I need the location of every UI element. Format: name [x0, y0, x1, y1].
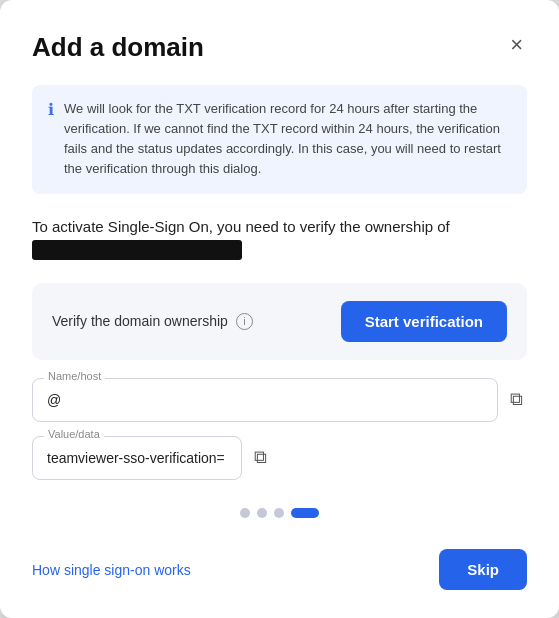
name-host-copy-button[interactable]: ⧉ [506, 385, 527, 414]
value-data-row: teamviewer-sso-verification= ⧉ [32, 436, 527, 480]
verify-label-group: Verify the domain ownership i [52, 313, 253, 330]
add-domain-dialog: Add a domain × ℹ We will look for the TX… [0, 0, 559, 618]
dot-2 [257, 508, 267, 518]
value-data-copy-button[interactable]: ⧉ [250, 443, 271, 472]
how-sso-works-link[interactable]: How single sign-on works [32, 562, 191, 578]
name-host-label: Name/host [44, 370, 105, 382]
value-data-label: Value/data [44, 428, 104, 440]
close-button[interactable]: × [506, 34, 527, 56]
ownership-prefix: To activate Single-Sign On, you need to … [32, 218, 450, 235]
dialog-title: Add a domain [32, 32, 204, 63]
dot-3 [274, 508, 284, 518]
info-box: ℹ We will look for the TXT verification … [32, 85, 527, 194]
info-box-text: We will look for the TXT verification re… [64, 99, 511, 180]
info-icon: ℹ [48, 100, 54, 119]
value-data-field-group: Value/data teamviewer-sso-verification= … [32, 436, 527, 480]
dialog-header: Add a domain × [32, 32, 527, 63]
name-host-input[interactable] [32, 378, 498, 422]
dot-1 [240, 508, 250, 518]
skip-button[interactable]: Skip [439, 549, 527, 590]
start-verification-button[interactable]: Start verification [341, 301, 507, 342]
verify-info-icon[interactable]: i [236, 313, 253, 330]
ownership-text: To activate Single-Sign On, you need to … [32, 216, 527, 261]
pagination-dots [32, 508, 527, 518]
name-host-field-group: Name/host ⧉ [32, 378, 527, 422]
dot-4-active [291, 508, 319, 518]
domain-redacted [32, 240, 242, 260]
verify-label: Verify the domain ownership [52, 313, 228, 329]
value-data-input-container: teamviewer-sso-verification= [32, 436, 242, 480]
name-host-row: ⧉ [32, 378, 527, 422]
footer-row: How single sign-on works Skip [32, 545, 527, 590]
value-prefix: teamviewer-sso-verification= [33, 437, 225, 479]
verify-row: Verify the domain ownership i Start veri… [32, 283, 527, 360]
